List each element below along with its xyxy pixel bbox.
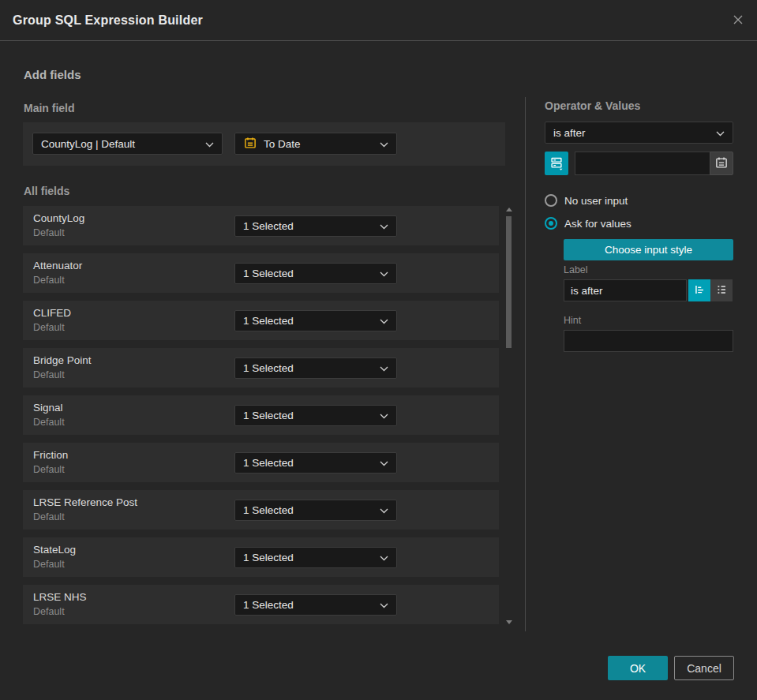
field-type: Default	[33, 369, 65, 380]
field-selection-select[interactable]: 1 Selected	[234, 215, 397, 237]
field-row: LRSE NHS Default 1 Selected	[23, 585, 499, 624]
field-selection-value: 1 Selected	[243, 410, 373, 421]
field-type: Default	[33, 606, 65, 617]
field-row: Bridge Point Default 1 Selected	[23, 348, 499, 387]
field-type: Default	[33, 464, 65, 475]
chevron-down-icon	[380, 552, 388, 563]
chevron-down-icon	[716, 127, 725, 139]
group-sql-expression-builder-dialog: Group SQL Expression Builder Add fields …	[0, 0, 757, 700]
calendar-icon	[243, 136, 257, 152]
date-mode-select[interactable]: To Date	[234, 133, 397, 155]
hint-input[interactable]	[564, 330, 733, 352]
list-scrollbar[interactable]	[505, 206, 513, 625]
value-source-toggle-button[interactable]	[545, 152, 568, 175]
field-type: Default	[33, 275, 65, 286]
field-name: LRSE NHS	[33, 591, 87, 603]
operator-select[interactable]: is after	[545, 122, 733, 144]
cancel-button[interactable]: Cancel	[674, 656, 734, 680]
field-selection-value: 1 Selected	[243, 552, 373, 563]
field-selection-select[interactable]: 1 Selected	[234, 594, 397, 616]
radio-ask-for-values[interactable]: Ask for values	[545, 215, 631, 231]
main-field-heading: Main field	[24, 102, 75, 114]
scrollbar-up-arrow[interactable]	[506, 206, 512, 212]
field-row: LRSE Reference Post Default 1 Selected	[23, 490, 499, 530]
operator-select-value: is after	[553, 127, 710, 139]
field-row: Attenuator Default 1 Selected	[23, 253, 499, 293]
field-selection-value: 1 Selected	[243, 220, 373, 232]
chevron-down-icon	[380, 220, 388, 232]
main-field-panel: CountyLog | Default To Date	[23, 122, 505, 166]
label-input[interactable]	[564, 279, 687, 301]
stacked-values-icon	[549, 155, 564, 173]
chevron-down-icon	[380, 315, 388, 327]
field-name: Signal	[33, 402, 63, 414]
main-field-select[interactable]: CountyLog | Default	[32, 133, 223, 155]
field-selection-select[interactable]: 1 Selected	[234, 263, 397, 284]
close-icon	[731, 13, 745, 29]
chevron-down-icon	[380, 138, 388, 150]
label-caption: Label	[564, 264, 588, 275]
field-type: Default	[33, 417, 65, 428]
radio-circle	[545, 217, 557, 230]
field-row: CLIFED Default 1 Selected	[23, 301, 499, 340]
field-name: CountyLog	[33, 212, 84, 224]
all-fields-heading: All fields	[24, 185, 69, 197]
operator-values-heading: Operator & Values	[545, 99, 640, 112]
field-row: CountyLog Default 1 Selected	[23, 206, 499, 245]
field-selection-value: 1 Selected	[243, 504, 373, 516]
radio-circle	[545, 194, 557, 207]
field-type: Default	[33, 322, 65, 333]
radio-label: Ask for values	[564, 218, 631, 230]
field-selection-value: 1 Selected	[243, 457, 373, 469]
vertical-divider	[525, 97, 526, 631]
field-row: Signal Default 1 Selected	[23, 395, 499, 435]
field-type: Default	[33, 511, 65, 522]
field-selection-value: 1 Selected	[243, 315, 373, 327]
field-row: StateLog Default 1 Selected	[23, 537, 499, 577]
scrollbar-down-arrow[interactable]	[506, 619, 512, 625]
list-values-icon	[714, 283, 729, 299]
field-name: CLIFED	[33, 307, 71, 319]
field-type: Default	[33, 227, 65, 238]
scrollbar-thumb[interactable]	[506, 216, 512, 348]
chevron-down-icon	[380, 504, 388, 516]
field-name: Attenuator	[33, 260, 82, 271]
add-fields-heading: Add fields	[24, 68, 81, 81]
dialog-titlebar: Group SQL Expression Builder	[0, 0, 757, 41]
field-name: StateLog	[33, 544, 76, 556]
chevron-down-icon	[205, 138, 214, 150]
field-selection-select[interactable]: 1 Selected	[234, 405, 397, 426]
date-mode-select-value: To Date	[264, 138, 373, 150]
all-fields-list: CountyLog Default 1 Selected Attenuator …	[23, 206, 499, 632]
field-selection-select[interactable]: 1 Selected	[234, 547, 397, 568]
field-selection-value: 1 Selected	[243, 599, 373, 611]
field-name: LRSE Reference Post	[33, 496, 137, 508]
radio-no-user-input[interactable]: No user input	[545, 193, 628, 208]
single-input-style-button[interactable]	[688, 279, 710, 301]
close-button[interactable]	[729, 12, 747, 29]
date-picker-button[interactable]	[710, 152, 733, 175]
field-selection-select[interactable]: 1 Selected	[234, 357, 397, 379]
field-selection-select[interactable]: 1 Selected	[234, 452, 397, 474]
field-type: Default	[33, 559, 65, 570]
chevron-down-icon	[380, 410, 388, 421]
main-field-select-value: CountyLog | Default	[41, 138, 199, 150]
chevron-down-icon	[380, 362, 388, 374]
choose-input-style-button[interactable]: Choose input style	[564, 239, 733, 260]
field-selection-select[interactable]: 1 Selected	[234, 310, 397, 331]
field-row: Friction Default 1 Selected	[23, 443, 499, 482]
field-selection-value: 1 Selected	[243, 362, 373, 374]
value-input[interactable]	[575, 152, 710, 175]
calendar-icon	[714, 155, 729, 172]
field-name: Bridge Point	[33, 354, 92, 366]
ok-button[interactable]: OK	[608, 656, 668, 680]
field-selection-value: 1 Selected	[243, 268, 373, 279]
chevron-down-icon	[380, 599, 388, 611]
dialog-title: Group SQL Expression Builder	[13, 0, 203, 41]
chevron-down-icon	[380, 457, 388, 469]
list-input-style-button[interactable]	[710, 279, 733, 301]
field-selection-select[interactable]: 1 Selected	[234, 500, 397, 521]
single-line-input-icon	[692, 283, 706, 299]
radio-label: No user input	[564, 195, 628, 207]
chevron-down-icon	[380, 268, 388, 279]
